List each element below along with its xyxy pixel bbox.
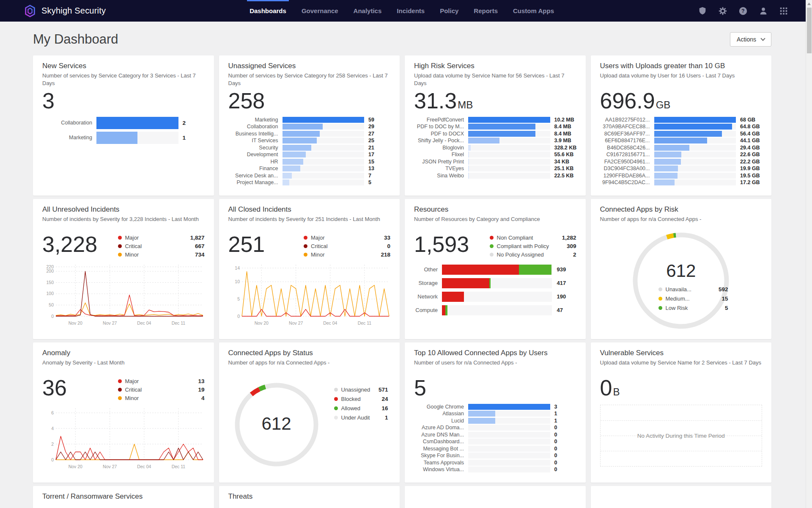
legend-item[interactable]: Minor4 <box>118 395 205 401</box>
bar-value: 417 <box>552 280 576 286</box>
bar-row[interactable]: 6EF6D8847176E...44.1 GB <box>600 138 763 144</box>
bar-row[interactable]: IT Services25 <box>228 138 391 144</box>
bar-row[interactable]: Project Manage...5 <box>228 179 391 185</box>
legend-item[interactable]: Non Compliant1,282 <box>490 235 576 241</box>
legend-item[interactable]: Unavaila...592 <box>658 286 728 293</box>
legend-item[interactable]: Medium...15 <box>658 295 728 302</box>
bar-row[interactable]: C916728156771...22.6 GB <box>600 152 763 157</box>
bar-row[interactable]: Finance13 <box>228 166 391 171</box>
bar-row[interactable]: 370A9BAFCEC88...64.8 GB <box>600 124 763 130</box>
legend-item[interactable]: Low Risk5 <box>658 305 728 311</box>
legend-value: 309 <box>567 243 576 249</box>
actions-button[interactable]: Actions <box>730 32 771 47</box>
bar-row[interactable]: Lucid1 <box>414 418 576 424</box>
legend-item[interactable]: Critical19 <box>118 387 205 393</box>
bar-row[interactable]: FA2CE950D4961...22.2 GB <box>600 159 763 165</box>
stacked-bar-row[interactable]: Other939 <box>414 265 576 275</box>
bar-fill <box>283 138 317 144</box>
legend-item[interactable]: Under Audit1 <box>334 414 388 421</box>
bar-row[interactable]: 1290FFBDAE86A...19.5 GB <box>600 173 763 179</box>
time-series-chart[interactable]: 141050Nov 20Nov 27Dec 04Dec 11 <box>228 262 391 328</box>
bar-row[interactable]: Collaboration29 <box>228 124 391 130</box>
bar-row[interactable]: JSON Pretty Print34 KB <box>414 159 576 165</box>
scrollbar-up-arrow-icon[interactable] <box>807 3 811 5</box>
bar-label: Skype For Busin... <box>414 453 468 458</box>
bar-row[interactable]: 8C69EF36AFF97...56.4 GB <box>600 131 763 137</box>
nav-item-policy[interactable]: Policy <box>440 0 458 22</box>
bar-row[interactable]: PDF to DOCX8.4 MB <box>414 131 576 137</box>
card-users-with-uploads: Users with Uploads greater than 10 GB Up… <box>591 55 772 196</box>
bar-row[interactable]: PDF to DOC by M...8.4 MB <box>414 124 576 130</box>
nav-item-governance[interactable]: Governance <box>302 0 338 22</box>
bar-value: 8.4 MB <box>550 124 576 130</box>
bar-value: 22.6 GB <box>736 152 762 157</box>
svg-text:100: 100 <box>46 291 54 296</box>
nav-item-reports[interactable]: Reports <box>474 0 498 22</box>
nav-item-analytics[interactable]: Analytics <box>354 0 382 22</box>
card-subtitle: Number of apps for n/a Connected Apps - <box>228 359 391 375</box>
legend-item[interactable]: Major1,827 <box>118 235 205 241</box>
nav-item-dashboards[interactable]: Dashboards <box>250 0 286 22</box>
bar-row[interactable]: Bloglovin328.2 KB <box>414 145 576 151</box>
bar-row[interactable]: Azure DNS Man...0 <box>414 432 576 438</box>
app-grid-icon[interactable] <box>779 6 788 16</box>
legend-item[interactable]: Minor734 <box>118 251 205 258</box>
bar-row[interactable]: Messaging Bot ...0 <box>414 446 576 452</box>
bar-row[interactable]: AA1B92275F012...68 GB <box>600 117 763 123</box>
gear-icon[interactable] <box>718 6 727 16</box>
bar-row[interactable]: B46DC858C426...29.4 GB <box>600 145 763 151</box>
donut-legend: Unassigned571Blocked24Allowed16Under Aud… <box>334 387 388 424</box>
user-icon[interactable] <box>759 6 768 16</box>
bar-row[interactable]: Collaboration2 <box>42 117 205 129</box>
time-series-chart[interactable]: 220200150100500Nov 20Nov 27Dec 04Dec 11 <box>42 262 205 328</box>
legend-item[interactable]: Minor218 <box>304 251 390 258</box>
bar-track <box>442 278 552 288</box>
bar-row[interactable]: Service Desk an...7 <box>228 173 391 179</box>
bar-row[interactable]: Atlassian1 <box>414 411 576 417</box>
stacked-bar-row[interactable]: Network190 <box>414 292 576 302</box>
card-subtitle: Number of services by Service Category f… <box>42 72 205 88</box>
stacked-bar-row[interactable]: Compute47 <box>414 305 576 315</box>
bar-row[interactable]: Marketing1 <box>42 132 205 144</box>
legend-item[interactable]: Compliant with Policy309 <box>490 243 576 249</box>
stacked-bar-row[interactable]: Storage417 <box>414 278 576 288</box>
bar-row[interactable]: Business Intellig...27 <box>228 131 391 137</box>
bar-row[interactable]: CsmDashboard...0 <box>414 439 576 444</box>
bar-row[interactable]: Development17 <box>228 152 391 157</box>
nav-item-custom-apps[interactable]: Custom Apps <box>513 0 554 22</box>
vertical-scrollbar[interactable] <box>806 0 812 508</box>
bar-row[interactable]: TVEyes25.1 KB <box>414 166 576 171</box>
bar-row[interactable]: D3C904FC38A00...19.9 GB <box>600 166 763 171</box>
legend-item[interactable]: Critical667 <box>118 243 205 249</box>
legend-item[interactable]: Major33 <box>304 235 390 241</box>
bar-row[interactable]: Marketing59 <box>228 117 391 123</box>
bar-row[interactable]: Security21 <box>228 145 391 151</box>
bar-row[interactable]: HR15 <box>228 159 391 165</box>
bar-label: AA1B92275F012... <box>600 117 654 123</box>
legend-item[interactable]: Unassigned571 <box>334 387 388 393</box>
svg-text:Dec 04: Dec 04 <box>137 464 151 469</box>
bar-row[interactable]: Shifty Jelly - Pock...3.9 MB <box>414 138 576 144</box>
legend-item[interactable]: Critical0 <box>304 243 390 249</box>
bar-row[interactable]: Skype For Busin...0 <box>414 453 576 458</box>
legend-item[interactable]: Blocked24 <box>334 396 388 402</box>
legend-item[interactable]: No Policy Assigned2 <box>490 251 576 258</box>
time-series-chart[interactable]: 6420Nov 20Nov 27Dec 04Dec 11 <box>42 406 205 472</box>
empty-chart: No Activity During this Time Period <box>600 405 763 467</box>
scrollbar-thumb[interactable] <box>807 8 812 53</box>
bar-row[interactable]: Flixel55.6 KB <box>414 152 576 157</box>
brand[interactable]: Skyhigh Security <box>24 5 106 17</box>
bar-row[interactable]: Windows Virtua...0 <box>414 467 576 472</box>
bar-row[interactable]: 9F94C4B5C2DAC...17.2 GB <box>600 179 763 185</box>
legend-item[interactable]: Allowed16 <box>334 405 388 411</box>
nav-item-incidents[interactable]: Incidents <box>397 0 425 22</box>
bar-row[interactable]: Azure AD Doma...0 <box>414 425 576 431</box>
bar-row[interactable]: Teams Approvals0 <box>414 460 576 466</box>
legend-item[interactable]: Major13 <box>118 378 205 384</box>
bar-fill <box>468 117 550 123</box>
bar-row[interactable]: Sina Weibo22.5 KB <box>414 173 576 179</box>
bar-row[interactable]: FreePdfConvert10.2 MB <box>414 117 576 123</box>
bar-row[interactable]: Google Chrome3 <box>414 404 576 410</box>
shield-icon[interactable] <box>698 6 707 16</box>
help-icon[interactable]: ? <box>738 6 748 16</box>
